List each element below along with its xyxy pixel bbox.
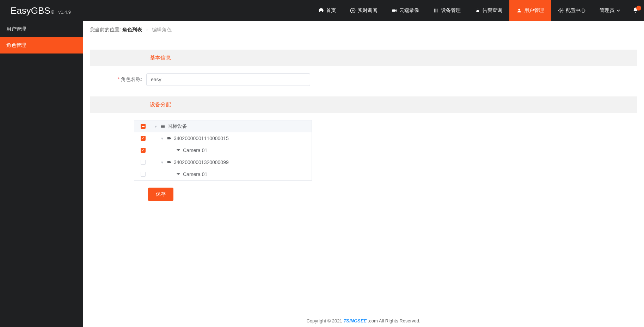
tree-checkbox[interactable]	[141, 172, 146, 177]
camera-icon	[167, 136, 172, 141]
expand-icon[interactable]: ▼	[160, 161, 165, 164]
role-name-label: *角色名称:	[90, 76, 146, 83]
device-icon	[433, 8, 439, 13]
admin-dropdown[interactable]: 管理员	[593, 7, 627, 14]
svg-rect-11	[167, 161, 170, 163]
notification-bell[interactable]	[627, 7, 644, 14]
svg-rect-10	[167, 137, 170, 139]
breadcrumb-current: 编辑角色	[152, 27, 172, 32]
gear-icon	[558, 8, 564, 13]
svg-rect-4	[437, 9, 437, 13]
nav-alarm[interactable]: 告警查询	[468, 0, 509, 21]
svg-rect-7	[161, 125, 165, 126]
nav-label: 用户管理	[524, 7, 544, 14]
dome-icon	[176, 148, 181, 153]
nav-label: 告警查询	[483, 7, 502, 14]
admin-label: 管理员	[600, 7, 614, 14]
footer-brand[interactable]: TSINGSEE	[343, 318, 367, 323]
tree-node[interactable]: ▼34020000001110000015	[134, 132, 312, 144]
svg-rect-2	[434, 9, 435, 13]
breadcrumb-link[interactable]: 角色列表	[122, 27, 142, 32]
nav-label: 配置中心	[566, 7, 585, 14]
section-device-title: 设备分配	[90, 101, 637, 108]
nav-label: 首页	[326, 7, 336, 14]
breadcrumb-separator: ›	[146, 27, 148, 32]
tree-node[interactable]: ▼Camera 01	[134, 168, 312, 180]
role-name-input[interactable]	[146, 73, 310, 86]
svg-rect-1	[392, 10, 395, 12]
save-button[interactable]: 保存	[148, 188, 173, 201]
svg-point-5	[518, 9, 520, 11]
device-tree[interactable]: ▼国标设备▼34020000001110000015▼Camera 01▼340…	[134, 120, 312, 181]
main-nav: 首页实时调阅云端录像设备管理告警查询用户管理配置中心	[311, 0, 593, 21]
logo: EasyGBS ® v1.4.9	[0, 5, 81, 16]
tree-node[interactable]: ▼Camera 01	[134, 144, 312, 156]
tree-node-label: 34020000001110000015	[174, 136, 229, 141]
tree-node[interactable]: ▼34020000001320000099	[134, 156, 312, 168]
dashboard-icon	[318, 8, 324, 13]
nav-user[interactable]: 用户管理	[509, 0, 551, 21]
tree-checkbox[interactable]	[141, 124, 146, 129]
section-device-header: 设备分配	[90, 96, 637, 113]
nav-label: 实时调阅	[358, 7, 378, 14]
list-icon	[160, 124, 165, 129]
chevron-down-icon	[617, 8, 620, 13]
notification-badge	[636, 6, 641, 11]
alert-icon	[475, 8, 480, 13]
expand-icon[interactable]: ▼	[154, 125, 158, 128]
footer-prefix: Copyright © 2021	[306, 318, 343, 323]
tree-checkbox[interactable]	[141, 160, 146, 165]
svg-rect-9	[161, 127, 165, 128]
dome-icon	[176, 172, 181, 177]
section-basic-header: 基本信息	[90, 50, 637, 66]
registered-mark: ®	[51, 10, 54, 15]
role-name-row: *角色名称:	[90, 73, 637, 86]
nav-device[interactable]: 设备管理	[426, 0, 468, 21]
tree-node-label: Camera 01	[183, 147, 207, 153]
tree-node[interactable]: ▼国标设备	[134, 120, 312, 132]
footer-suffix: .com All Rights Reserved.	[368, 318, 421, 323]
breadcrumb: 您当前的位置: 角色列表 › 编辑角色	[83, 21, 644, 39]
video-icon	[392, 8, 397, 13]
footer: Copyright © 2021 TSINGSEE .com All Right…	[83, 312, 644, 327]
tree-node-label: 国标设备	[167, 123, 187, 130]
nav-config[interactable]: 配置中心	[551, 0, 593, 21]
tree-node-label: Camera 01	[183, 171, 207, 177]
main-content: 您当前的位置: 角色列表 › 编辑角色 基本信息 *角色名称: 设备分配 ▼国标…	[83, 21, 644, 327]
nav-home[interactable]: 首页	[311, 0, 343, 21]
svg-rect-3	[436, 9, 436, 13]
top-header: EasyGBS ® v1.4.9 首页实时调阅云端录像设备管理告警查询用户管理配…	[0, 0, 644, 21]
camera-icon	[167, 160, 172, 165]
nav-label: 设备管理	[441, 7, 461, 14]
user-icon	[516, 8, 522, 13]
expand-icon[interactable]: ▼	[160, 137, 165, 140]
tree-checkbox[interactable]	[141, 136, 146, 141]
nav-realtime[interactable]: 实时调阅	[343, 0, 385, 21]
svg-point-6	[560, 10, 562, 11]
svg-rect-8	[161, 126, 165, 127]
play-icon	[350, 8, 356, 13]
app-name: EasyGBS	[11, 5, 50, 16]
tree-checkbox[interactable]	[141, 148, 146, 153]
section-basic-title: 基本信息	[90, 55, 637, 61]
sidebar-role-mgmt[interactable]: 角色管理	[0, 37, 83, 54]
breadcrumb-prefix: 您当前的位置:	[90, 27, 121, 32]
nav-cloud[interactable]: 云端录像	[385, 0, 426, 21]
sidebar-user-mgmt[interactable]: 用户管理	[0, 21, 83, 37]
app-version: v1.4.9	[59, 10, 71, 15]
tree-node-label: 34020000001320000099	[174, 159, 229, 165]
nav-label: 云端录像	[399, 7, 419, 14]
sidebar: 用户管理角色管理	[0, 21, 83, 327]
